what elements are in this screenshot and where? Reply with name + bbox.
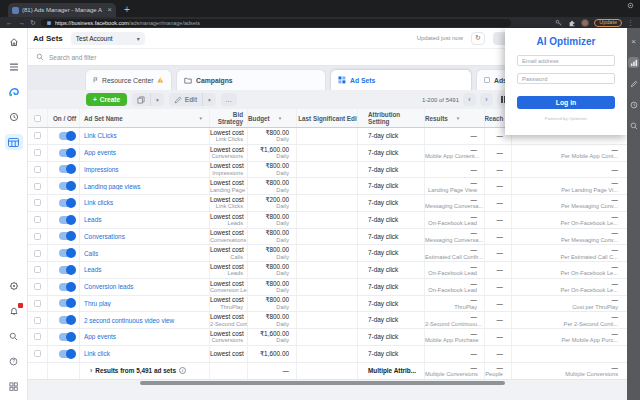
header-budget[interactable]: Budget▼ — [248, 109, 297, 127]
create-button[interactable]: + Create — [86, 93, 127, 106]
titlebar-gear-icon[interactable] — [627, 0, 634, 13]
on-off-toggle[interactable] — [59, 149, 75, 157]
new-tab-button[interactable]: + — [124, 5, 130, 15]
adset-name-link[interactable]: 2 second continuous video view — [84, 317, 209, 324]
on-off-toggle[interactable] — [59, 216, 75, 224]
adset-name-link[interactable]: Link clicks — [84, 199, 209, 206]
adset-name-link[interactable]: App events — [84, 149, 209, 156]
zoom-search-icon[interactable] — [628, 120, 639, 131]
row-checkbox[interactable] — [34, 199, 41, 206]
pencil-icon[interactable] — [628, 78, 639, 89]
site-info-icon[interactable] — [46, 20, 52, 26]
header-name[interactable]: Ad Set Name▼ — [80, 109, 210, 127]
on-off-toggle[interactable] — [59, 266, 75, 274]
account-dropdown[interactable]: Test Account ▾ — [71, 32, 145, 45]
on-off-toggle[interactable] — [59, 165, 75, 173]
row-checkbox[interactable] — [34, 132, 41, 139]
adset-name-link[interactable]: Leads — [84, 266, 209, 273]
row-checkbox[interactable] — [34, 149, 41, 156]
row-checkbox[interactable] — [34, 183, 41, 190]
adset-name-link[interactable]: Calls — [84, 250, 209, 257]
tab-ad-sets[interactable]: Ad Sets — [330, 69, 472, 90]
header-attribution[interactable]: Attribution Setting — [358, 109, 425, 127]
adset-name-link[interactable]: Link CLicks — [84, 132, 209, 139]
horizontal-scrollbar[interactable] — [28, 380, 640, 387]
adset-name-link[interactable]: App events — [84, 333, 209, 340]
sort-icon[interactable]: ▼ — [278, 116, 282, 121]
close-icon[interactable]: × — [628, 36, 639, 47]
login-button[interactable]: Log in — [517, 96, 615, 109]
scrollbar-thumb[interactable] — [140, 381, 505, 385]
adset-name-link[interactable]: Conversations — [84, 233, 209, 240]
info-icon[interactable]: i — [179, 367, 186, 374]
row-checkbox[interactable] — [34, 233, 41, 240]
menu-icon[interactable] — [5, 59, 23, 75]
extensions-puzzle-icon[interactable] — [568, 19, 576, 27]
edit-caret-button[interactable]: ▾ — [202, 93, 216, 106]
row-checkbox[interactable] — [34, 216, 41, 223]
on-off-toggle[interactable] — [59, 283, 75, 291]
clock-icon[interactable] — [628, 99, 639, 110]
on-off-toggle[interactable] — [59, 199, 75, 207]
on-off-toggle[interactable] — [59, 232, 75, 240]
expand-icon[interactable]: › — [90, 367, 92, 374]
next-page-button[interactable]: › — [480, 93, 493, 106]
header-bid-strategy[interactable]: Bid Strategy — [210, 109, 248, 127]
select-all-checkbox[interactable] — [34, 115, 41, 122]
adset-name-link[interactable]: Thru play — [84, 300, 209, 307]
on-off-toggle[interactable] — [59, 316, 75, 324]
header-on-off[interactable]: On / Off — [48, 109, 80, 127]
reload-icon[interactable]: ↻ — [30, 19, 36, 26]
address-bar[interactable]: https://business.facebook.com/adsmanager… — [41, 19, 511, 27]
row-checkbox[interactable] — [34, 266, 41, 273]
browser-menu-icon[interactable]: ⋮ — [627, 19, 634, 26]
refresh-button[interactable]: ↻ — [471, 32, 485, 45]
prev-page-button[interactable]: ‹ — [463, 93, 476, 106]
adset-name-link[interactable]: Link click — [84, 350, 209, 357]
ads-manager-logo-icon[interactable] — [5, 84, 23, 100]
on-off-toggle[interactable] — [59, 299, 75, 307]
row-checkbox[interactable] — [34, 166, 41, 173]
row-checkbox[interactable] — [34, 350, 41, 357]
campaigns-table-icon[interactable] — [5, 134, 23, 150]
adset-name-link[interactable]: Conversion leads — [84, 283, 209, 290]
password-field[interactable] — [517, 73, 615, 84]
email-field[interactable] — [517, 55, 615, 66]
notifications-bell-icon[interactable] — [5, 303, 23, 319]
recent-clock-icon[interactable] — [5, 109, 23, 125]
settings-gear-icon[interactable] — [5, 278, 23, 294]
edit-button[interactable]: Edit — [169, 93, 202, 106]
home-icon[interactable] — [5, 34, 23, 50]
on-off-toggle[interactable] — [59, 132, 75, 140]
duplicate-button[interactable] — [132, 93, 150, 106]
key-icon[interactable] — [555, 19, 563, 27]
row-checkbox[interactable] — [34, 300, 41, 307]
on-off-toggle[interactable] — [59, 333, 75, 341]
help-icon[interactable]: ? — [5, 353, 23, 369]
row-checkbox[interactable] — [34, 317, 41, 324]
duplicate-caret-button[interactable]: ▾ — [150, 93, 164, 106]
adset-name-link[interactable]: Landing page views — [84, 183, 209, 190]
tab-campaigns[interactable]: Campaigns — [176, 69, 326, 90]
more-actions-button[interactable]: … — [221, 93, 237, 106]
row-checkbox[interactable] — [34, 283, 41, 290]
row-checkbox[interactable] — [34, 250, 41, 257]
on-off-toggle[interactable] — [59, 249, 75, 257]
sort-icon[interactable]: ▼ — [199, 116, 203, 121]
profile-avatar[interactable] — [581, 19, 589, 27]
header-last-edit[interactable]: Last Significant Edit — [297, 109, 358, 127]
tab-close-icon[interactable]: × — [107, 6, 112, 14]
resource-center-tab[interactable]: Resource Center — [85, 69, 172, 90]
adset-name-link[interactable]: Leads — [84, 216, 209, 223]
adset-name-link[interactable]: Impressions — [84, 166, 209, 173]
row-checkbox[interactable] — [34, 333, 41, 340]
header-results[interactable]: Results▼ — [425, 109, 485, 127]
widgets-icon[interactable] — [5, 378, 23, 394]
on-off-toggle[interactable] — [59, 350, 75, 358]
header-button-stub[interactable] — [493, 32, 505, 45]
chart-bars-icon[interactable] — [628, 57, 639, 68]
sort-icon[interactable]: ▼ — [456, 116, 460, 121]
search-icon[interactable] — [5, 328, 23, 344]
back-icon[interactable]: ← — [6, 19, 13, 26]
browser-tab[interactable]: (81) Ads Manager - Manage A × — [8, 3, 116, 17]
